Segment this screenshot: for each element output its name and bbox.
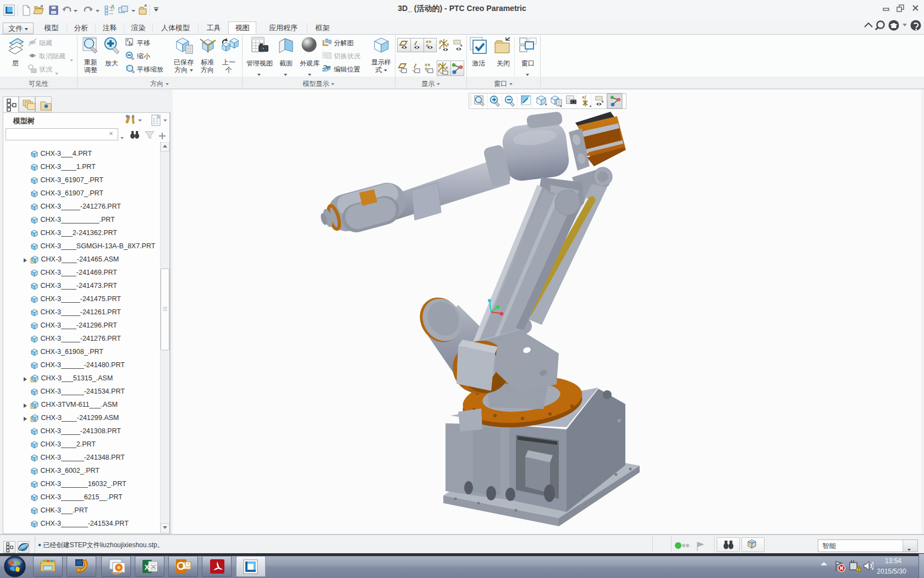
svg-text:x: x <box>446 65 448 70</box>
svg-text:yx: yx <box>327 65 331 69</box>
svg-text:x: x <box>447 42 449 47</box>
svg-text:X: X <box>145 563 150 571</box>
svg-text:!: ! <box>858 566 860 571</box>
svg-text:y: y <box>438 62 441 67</box>
svg-text:z: z <box>438 68 440 73</box>
svg-text:y: y <box>439 39 442 44</box>
svg-text:z: z <box>439 45 441 50</box>
